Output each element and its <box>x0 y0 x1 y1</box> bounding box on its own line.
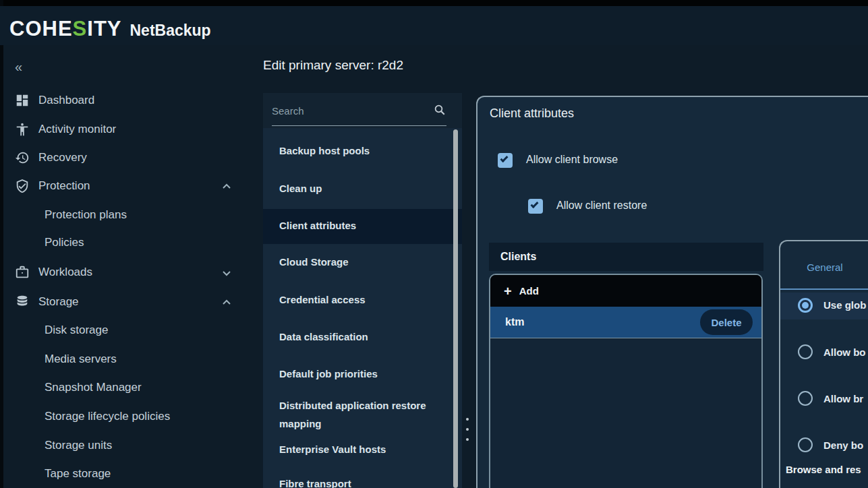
cohesity-logo: COHESITY <box>9 17 122 41</box>
sidebar-collapse-button[interactable]: « <box>15 59 22 75</box>
brand-logo: COHESITY NetBackup <box>9 17 211 41</box>
sidebar-item-protection[interactable]: Protection <box>0 176 256 196</box>
sidebar-item-policies[interactable]: Policies <box>0 233 256 253</box>
plus-icon: + <box>504 284 512 298</box>
client-row-ktm[interactable]: ktm Delete <box>490 307 761 338</box>
workloads-briefcase-icon <box>15 265 30 280</box>
search-bar <box>263 93 462 128</box>
allow-client-restore-checkbox[interactable] <box>528 199 543 214</box>
sidebar-item-storage[interactable]: Storage <box>0 292 256 312</box>
panel-resize-handle[interactable] <box>465 418 469 441</box>
list-item-cloud-storage[interactable]: Cloud Storage <box>263 255 462 269</box>
list-item-fibre-transport[interactable]: Fibre transport <box>263 477 462 488</box>
allow-browse-label: Allow br <box>823 393 863 404</box>
client-name: ktm <box>505 316 524 328</box>
client-detail-panel: General Use glob Allow bo Allow br Deny … <box>779 240 868 488</box>
protection-shield-icon <box>15 179 30 193</box>
cohesity-logo-green-s: S <box>73 17 88 40</box>
sidebar-item-dashboard[interactable]: Dashboard <box>0 90 256 111</box>
sidebar-item-tape-storage[interactable]: Tape storage <box>0 464 256 484</box>
search-input[interactable] <box>272 101 430 120</box>
activity-monitor-icon <box>15 122 30 137</box>
search-icon[interactable] <box>434 104 446 116</box>
sidebar-item-activity-monitor[interactable]: Activity monitor <box>0 119 256 140</box>
app-header: COHESITY NetBackup <box>0 6 868 45</box>
clients-list-box: + Add ktm Delete <box>489 274 763 488</box>
list-item-client-attributes[interactable]: Client attributes <box>263 219 462 233</box>
radio-dot <box>802 302 809 309</box>
add-client-button[interactable]: + Add <box>490 275 761 307</box>
list-item-default-job-priorities[interactable]: Default job priorities <box>263 367 462 381</box>
deny-both-label: Deny bo <box>823 439 863 451</box>
sidebar-item-media-servers[interactable]: Media servers <box>0 349 256 369</box>
product-name: NetBackup <box>130 22 211 40</box>
checkmark-icon <box>500 154 508 162</box>
sidebar-item-storage-units[interactable]: Storage units <box>0 435 256 456</box>
sidebar-item-storage-lifecycle-policies[interactable]: Storage lifecycle policies <box>0 406 256 427</box>
window-top-edge <box>0 0 868 6</box>
list-item-credential-access[interactable]: Credential access <box>263 293 462 307</box>
clients-section-title: Clients <box>500 251 536 263</box>
tab-general[interactable]: General <box>780 262 868 273</box>
chevron-down-icon[interactable] <box>221 268 232 278</box>
deny-both-radio[interactable] <box>798 437 813 452</box>
sidebar-item-workloads[interactable]: Workloads <box>0 262 256 282</box>
list-item-backup-host-pools[interactable]: Backup host pools <box>263 144 462 158</box>
settings-list-panel: Backup host pools Clean up Client attrib… <box>263 93 462 488</box>
allow-browse-radio[interactable] <box>798 391 813 406</box>
sidebar-item-recovery[interactable]: Recovery <box>0 148 256 168</box>
delete-client-button[interactable]: Delete <box>700 309 753 335</box>
sidebar-item-protection-plans[interactable]: Protection plans <box>0 205 256 225</box>
chevron-up-icon[interactable] <box>221 297 232 308</box>
storage-database-icon <box>15 295 30 309</box>
allow-both-radio[interactable] <box>798 344 813 359</box>
page-title: Edit primary server: r2d2 <box>263 58 403 73</box>
allow-both-label: Allow bo <box>823 346 866 358</box>
use-global-settings-label: Use glob <box>823 299 866 311</box>
allow-client-browse-label: Allow client browse <box>526 154 618 166</box>
sidebar-item-disk-storage[interactable]: Disk storage <box>0 320 256 340</box>
search-underline <box>272 125 446 126</box>
tab-underline <box>780 288 868 290</box>
dashboard-icon <box>15 93 30 108</box>
browse-restore-ability-label: Browse and res <box>786 464 861 475</box>
client-attributes-title: Client attributes <box>490 106 574 121</box>
settings-list-scrollbar[interactable] <box>453 129 458 488</box>
list-item-clean-up[interactable]: Clean up <box>263 182 462 195</box>
list-item-enterprise-vault-hosts[interactable]: Enterprise Vault hosts <box>263 443 462 456</box>
allow-client-restore-label: Allow client restore <box>556 200 647 212</box>
sidebar-item-snapshot-manager[interactable]: Snapshot Manager <box>0 377 256 398</box>
list-item-data-classification[interactable]: Data classification <box>263 330 462 344</box>
use-global-settings-radio[interactable] <box>798 298 813 313</box>
checkmark-icon <box>530 200 538 208</box>
allow-client-browse-checkbox[interactable] <box>498 153 513 168</box>
clients-section-header: Clients <box>489 243 763 271</box>
recovery-icon <box>15 150 30 165</box>
chevron-up-icon[interactable] <box>221 181 232 192</box>
list-item-distributed-application-restore-mapping[interactable]: Distributed application restore mapping <box>263 396 444 433</box>
